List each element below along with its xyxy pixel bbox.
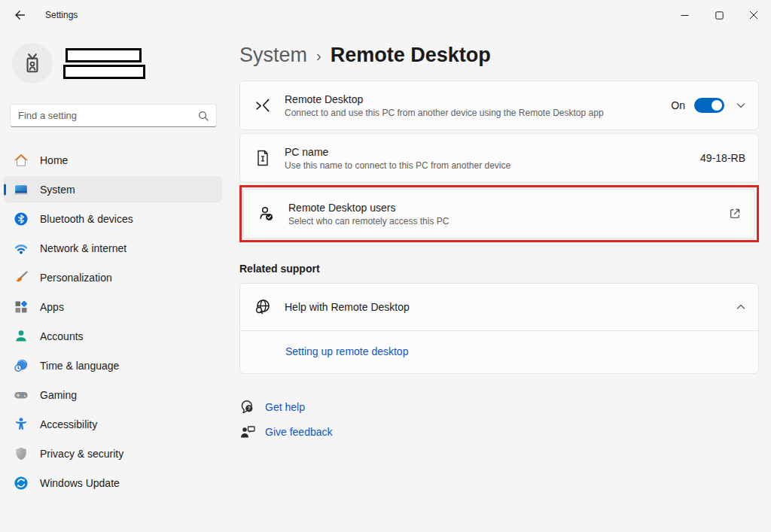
help-expander[interactable]: Help with Remote Desktop: [240, 284, 758, 330]
main-content: System › Remote Desktop Remote Desktop C…: [226, 30, 771, 532]
sidebar-nav: Home System Bluetooth & devices: [4, 147, 222, 496]
sidebar-item-apps[interactable]: Apps: [4, 293, 222, 320]
setting-up-remote-desktop-link[interactable]: Setting up remote desktop: [285, 345, 408, 357]
pc-name-description: Use this name to connect to this PC from…: [285, 160, 700, 171]
avatar: [12, 43, 53, 84]
sidebar-item-label: Gaming: [40, 389, 77, 401]
page-title: Remote Desktop: [331, 44, 491, 67]
breadcrumb: System › Remote Desktop: [239, 41, 759, 69]
id-badge-icon: [21, 52, 44, 74]
sidebar: Home System Bluetooth & devices: [0, 30, 226, 532]
sidebar-item-windows-update[interactable]: Windows Update: [4, 470, 222, 496]
sidebar-item-gaming[interactable]: Gaming: [4, 382, 222, 408]
search-input[interactable]: [18, 110, 198, 121]
help-item-label: Help with Remote Desktop: [285, 301, 736, 313]
sidebar-item-home[interactable]: Home: [4, 147, 222, 173]
red-highlight-annotation: Remote Desktop users Select who can remo…: [239, 185, 759, 242]
get-help-link[interactable]: Get help: [265, 401, 305, 413]
sidebar-item-personalization[interactable]: Personalization: [4, 264, 222, 290]
pc-name-value: 49-18-RB: [700, 152, 745, 164]
sidebar-item-label: Accessibility: [40, 418, 97, 430]
sidebar-item-system[interactable]: System: [4, 176, 222, 202]
time-language-icon: [14, 358, 29, 373]
close-button[interactable]: [736, 0, 771, 30]
sidebar-item-label: Time & language: [40, 360, 119, 372]
windows-update-icon: [14, 476, 29, 491]
external-link-icon[interactable]: [728, 207, 742, 220]
accessibility-icon: [14, 417, 29, 432]
toggle-state-label: On: [671, 99, 685, 111]
apps-icon: [14, 299, 29, 315]
users-check-icon: [257, 204, 276, 223]
search-box[interactable]: [10, 104, 217, 127]
remote-desktop-users-card[interactable]: Remote Desktop users Select who can remo…: [243, 189, 755, 239]
minimize-button[interactable]: [667, 0, 702, 30]
sidebar-item-accounts[interactable]: Accounts: [4, 323, 222, 349]
pc-name-card: PC name Use this name to connect to this…: [239, 133, 759, 183]
sidebar-item-label: Accounts: [40, 330, 84, 342]
svg-text:?: ?: [248, 406, 251, 411]
help-card-body: Setting up remote desktop: [240, 331, 758, 373]
maximize-icon: [715, 11, 724, 20]
footer-links: ? Get help Give feedback: [239, 399, 759, 440]
sidebar-item-label: Apps: [40, 301, 64, 313]
minimize-icon: [681, 11, 689, 20]
gamepad-icon: [14, 388, 29, 403]
account-name-redacted: [63, 48, 145, 79]
bluetooth-icon: [14, 211, 29, 226]
remote-desktop-title: Remote Desktop: [285, 93, 671, 105]
maximize-button[interactable]: [702, 0, 736, 30]
get-help-icon: ?: [239, 399, 256, 415]
remote-desktop-card[interactable]: Remote Desktop Connect to and use this P…: [239, 81, 759, 130]
remote-desktop-users-text: Remote Desktop users Select who can remo…: [288, 202, 728, 226]
sidebar-item-label: Privacy & security: [40, 448, 123, 460]
pc-name-document-icon: [253, 148, 273, 168]
shield-icon: [14, 446, 29, 461]
remote-desktop-users-title: Remote Desktop users: [288, 202, 728, 214]
sidebar-item-bluetooth-devices[interactable]: Bluetooth & devices: [4, 205, 222, 232]
sidebar-item-time-language[interactable]: Time & language: [4, 352, 222, 378]
home-icon: [14, 153, 29, 168]
back-arrow-icon: [14, 9, 26, 21]
close-icon: [749, 11, 758, 20]
remote-desktop-description: Connect to and use this PC from another …: [285, 108, 671, 118]
redaction-bar: [63, 65, 145, 79]
breadcrumb-separator: ›: [316, 45, 322, 65]
remote-desktop-card-text: Remote Desktop Connect to and use this P…: [285, 93, 671, 118]
pc-name-title: PC name: [285, 146, 700, 158]
give-feedback-row[interactable]: Give feedback: [239, 424, 759, 440]
remote-desktop-users-description: Select who can remotely access this PC: [288, 216, 728, 226]
brush-icon: [14, 270, 29, 285]
remote-desktop-connect-icon: [253, 96, 273, 115]
window-controls: [667, 0, 771, 30]
back-button[interactable]: [5, 3, 35, 27]
sidebar-item-label: Windows Update: [40, 477, 120, 489]
chevron-down-icon: [736, 101, 745, 110]
window-title: Settings: [45, 10, 78, 20]
chevron-up-icon: [736, 302, 745, 312]
get-help-row[interactable]: ? Get help: [239, 399, 759, 415]
sidebar-item-label: Personalization: [40, 272, 112, 284]
sidebar-item-privacy-security[interactable]: Privacy & security: [4, 440, 222, 467]
account-section[interactable]: [12, 41, 217, 86]
sidebar-item-label: System: [40, 184, 75, 196]
wifi-icon: [14, 241, 29, 256]
sidebar-item-accessibility[interactable]: Accessibility: [4, 411, 222, 437]
titlebar: Settings: [0, 0, 771, 30]
breadcrumb-system[interactable]: System: [239, 44, 307, 67]
sidebar-item-label: Bluetooth & devices: [40, 213, 133, 225]
help-card: Help with Remote Desktop Setting up remo…: [239, 283, 759, 374]
give-feedback-link[interactable]: Give feedback: [265, 426, 333, 438]
search-icon: [198, 111, 209, 121]
remote-desktop-toggle[interactable]: [694, 98, 724, 113]
redaction-bar: [66, 48, 142, 62]
globe-search-icon: [253, 297, 273, 317]
related-support-heading: Related support: [239, 263, 759, 275]
accounts-icon: [14, 329, 29, 344]
give-feedback-icon: [239, 424, 256, 440]
expand-chevron[interactable]: [736, 101, 745, 110]
sidebar-item-label: Network & internet: [40, 242, 126, 254]
settings-window: Settings: [0, 0, 771, 532]
pc-name-card-text: PC name Use this name to connect to this…: [285, 146, 700, 171]
sidebar-item-network-internet[interactable]: Network & internet: [4, 235, 222, 261]
